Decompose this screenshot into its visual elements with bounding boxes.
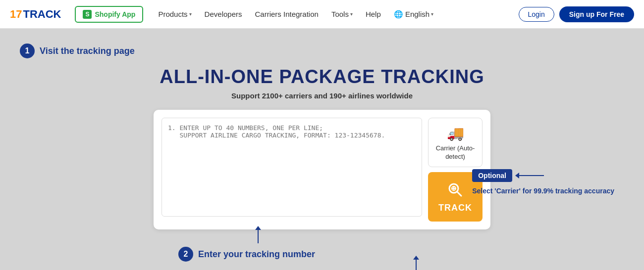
nav-help[interactable]: Help <box>361 7 386 21</box>
optional-badge: Optional <box>472 169 512 182</box>
navbar: 17 TRACK Shopify App Products ▾ Develope… <box>0 0 644 29</box>
step2-text: Enter your tracking number <box>198 249 315 260</box>
shopify-app-button[interactable]: Shopify App <box>75 6 143 23</box>
nav-tools[interactable]: Tools ▾ <box>326 7 358 21</box>
nav-carriers-integration[interactable]: Carriers Integration <box>250 7 323 21</box>
carrier-button[interactable]: 🚚 Carrier (Auto-detect) <box>428 118 483 167</box>
step2-label-row: 2 Enter your tracking number <box>178 247 315 262</box>
step2-arrow-line <box>258 229 259 243</box>
nav-developers[interactable]: Developers <box>200 7 247 21</box>
optional-arrow-container <box>515 173 544 179</box>
step2-annotation-area: 2 Enter your tracking number <box>114 229 401 269</box>
step3-annotation-area: 3 Click the "TRACK" <box>386 259 446 270</box>
nav-language[interactable]: 🌐 English ▾ <box>389 7 438 22</box>
optional-annotation: Optional Select 'Carrier' for 99.9% trac… <box>472 169 614 196</box>
main-content: 1 Visit the tracking page ALL-IN-ONE PAC… <box>0 29 644 270</box>
tools-chevron-icon: ▾ <box>350 11 353 17</box>
optional-arrowhead-icon <box>515 173 519 179</box>
carrier-label: Carrier (Auto-detect) <box>433 144 477 161</box>
language-chevron-icon: ▾ <box>431 11 433 17</box>
step1-circle: 1 <box>20 44 35 58</box>
nav-right: Login Sign up For Free <box>519 6 635 22</box>
nav-links: Products ▾ Developers Carriers Integrati… <box>153 7 512 22</box>
optional-arrow-row: Optional <box>472 169 544 182</box>
tracking-container: 🚚 Carrier (Auto-detect) TRACK <box>154 110 490 229</box>
optional-arrow-line <box>519 175 544 176</box>
tracking-number-input[interactable] <box>161 118 422 217</box>
logo[interactable]: 17 TRACK <box>10 8 61 21</box>
truck-icon: 🚚 <box>447 125 464 141</box>
step3-arrowhead <box>413 256 419 260</box>
nav-products[interactable]: Products ▾ <box>153 7 196 21</box>
step1-text: Visit the tracking page <box>40 46 135 56</box>
step2-circle: 2 <box>178 247 193 262</box>
track-label: TRACK <box>438 203 472 213</box>
svg-line-1 <box>457 192 461 196</box>
tracking-outer-box: 🚚 Carrier (Auto-detect) TRACK <box>114 110 530 270</box>
logo-17: 17 <box>10 8 22 21</box>
login-button[interactable]: Login <box>519 7 554 22</box>
step2-arrowhead <box>255 226 261 230</box>
main-heading: ALL-IN-ONE PACKAGE TRACKING <box>20 66 624 88</box>
shopify-label: Shopify App <box>95 10 135 18</box>
signup-button[interactable]: Sign up For Free <box>559 6 634 22</box>
step2-arrow <box>258 229 259 243</box>
search-magnify-icon <box>446 181 464 199</box>
step3-arrow-line <box>416 259 417 270</box>
shopify-icon <box>83 10 92 19</box>
products-chevron-icon: ▾ <box>189 11 192 17</box>
sub-heading: Support 2100+ carriers and 190+ airlines… <box>20 91 624 100</box>
optional-description: Select 'Carrier' for 99.9% tracking accu… <box>472 186 614 196</box>
textarea-section <box>161 118 422 222</box>
step1-label: 1 Visit the tracking page <box>20 44 624 58</box>
logo-track: TRACK <box>23 8 61 21</box>
